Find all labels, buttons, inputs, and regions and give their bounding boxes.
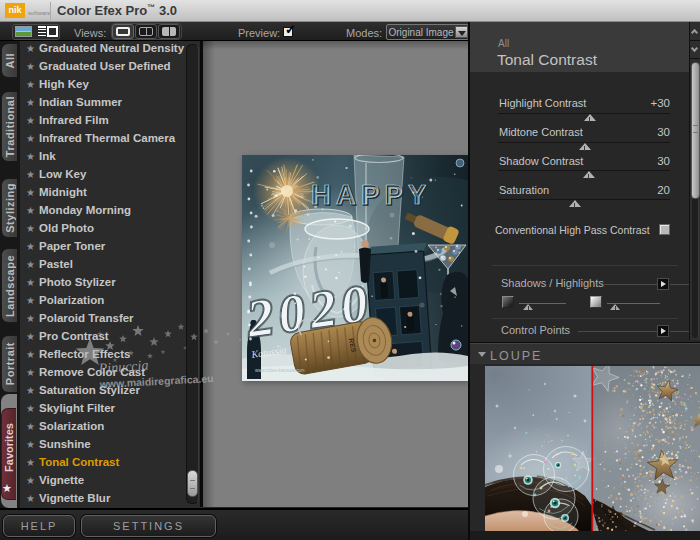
svg-text:www.tubes-katussia.com: www.tubes-katussia.com [255,368,305,373]
svg-text:HAPPY: HAPPY [311,180,432,210]
